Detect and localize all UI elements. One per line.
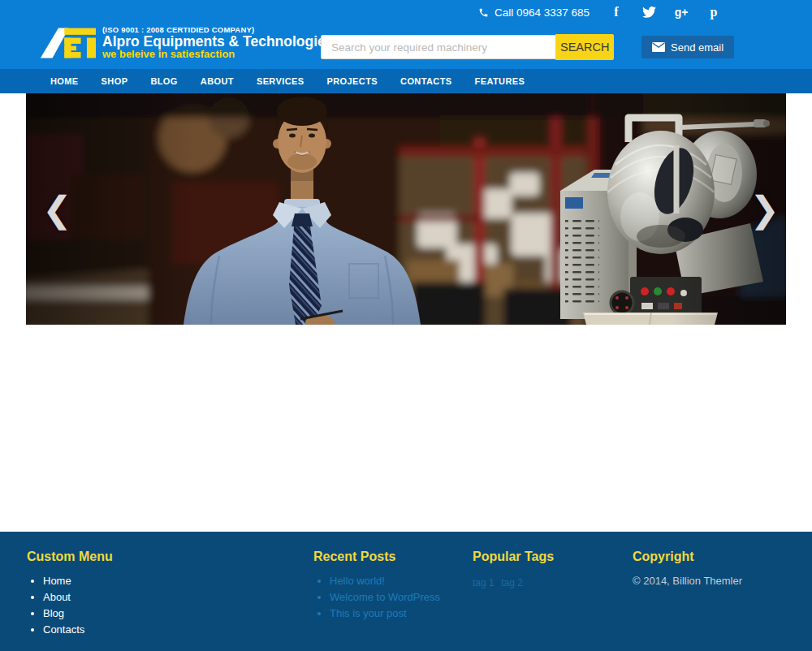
footer-heading-popular-tags: Popular Tags: [473, 550, 633, 564]
logo[interactable]: (ISO 9001 : 2008 CERTIDIED COMPANY) Alpr…: [39, 26, 334, 60]
footer-tag-1[interactable]: tag 1: [473, 577, 495, 588]
nav-item-services[interactable]: SERVICES: [245, 69, 316, 93]
content-area-empty: [0, 325, 812, 532]
main-navigation: HOME SHOP BLOG ABOUT SERVICES PROJECTS C…: [0, 69, 812, 93]
nav-item-projects[interactable]: PROJECTS: [316, 69, 390, 93]
company-tagline: we beleive in satiesfaction: [102, 49, 334, 60]
footer-recent-posts: Recent Posts Hello world! Welcome to Wor…: [313, 550, 473, 640]
footer-link-about[interactable]: About: [43, 591, 71, 603]
list-item: Blog: [43, 607, 313, 619]
google-plus-icon[interactable]: g+: [674, 5, 689, 19]
footer-link-home[interactable]: Home: [43, 575, 71, 587]
footer-heading-recent-posts: Recent Posts: [313, 550, 473, 564]
footer-link-contacts[interactable]: Contacts: [43, 623, 84, 636]
footer-copyright: Copyright © 2014, Billion Themler: [633, 550, 786, 640]
footer-post-welcome[interactable]: Welcome to WordPress: [330, 591, 440, 603]
nav-item-about[interactable]: ABOUT: [189, 69, 245, 93]
hero-image: [26, 93, 786, 325]
envelope-icon: [652, 42, 665, 52]
list-item: Home: [43, 575, 313, 587]
nav-item-contacts[interactable]: CONTACTS: [389, 69, 464, 93]
send-email-label: Send email: [671, 41, 723, 54]
list-item: Welcome to WordPress: [330, 591, 473, 603]
hero-slider: ❮ ❯: [26, 93, 786, 325]
company-name: Alpro Equipments & Technologies: [102, 34, 334, 49]
footer-custom-menu: Custom Menu Home About Blog Contacts: [26, 550, 313, 640]
nav-item-blog[interactable]: BLOG: [139, 69, 188, 93]
list-item: Contacts: [43, 623, 313, 636]
search-input[interactable]: [321, 35, 556, 59]
nav-item-features[interactable]: FEATURES: [464, 69, 537, 93]
list-item: About: [43, 591, 313, 603]
footer-tag-2[interactable]: tag 2: [501, 577, 523, 588]
footer: Custom Menu Home About Blog Contacts Rec…: [0, 532, 812, 651]
send-email-button[interactable]: Send email: [641, 36, 734, 58]
pinterest-icon[interactable]: p: [706, 5, 721, 19]
nav-item-shop[interactable]: SHOP: [90, 69, 140, 93]
footer-heading-copyright: Copyright: [633, 550, 786, 564]
logo-mark-icon: [39, 27, 96, 59]
phone-icon: [478, 7, 489, 18]
phone-contact[interactable]: Call 0964 3337 685: [478, 6, 590, 19]
twitter-icon[interactable]: [641, 5, 656, 19]
phone-number: Call 0964 3337 685: [495, 6, 590, 19]
footer-heading-custom-menu: Custom Menu: [27, 550, 313, 564]
facebook-icon[interactable]: f: [609, 5, 624, 19]
list-item: Hello world!: [330, 575, 473, 587]
copyright-text: © 2014, Billion Themler: [633, 575, 786, 587]
search-bar: SEARCH: [321, 34, 614, 60]
list-item: This is your post: [330, 607, 473, 619]
footer-post-your-post[interactable]: This is your post: [330, 607, 407, 619]
footer-post-hello-world[interactable]: Hello world!: [330, 575, 385, 587]
header: (ISO 9001 : 2008 CERTIDIED COMPANY) Alpr…: [0, 24, 812, 69]
search-button[interactable]: SEARCH: [555, 34, 614, 60]
footer-popular-tags: Popular Tags tag 1 tag 2: [473, 550, 633, 640]
slider-prev-arrow[interactable]: ❮: [42, 192, 72, 227]
nav-item-home[interactable]: HOME: [39, 69, 90, 93]
topbar: Call 0964 3337 685 f g+ p: [0, 0, 812, 24]
social-links: f g+ p: [609, 5, 721, 19]
footer-link-blog[interactable]: Blog: [43, 607, 64, 619]
slider-next-arrow[interactable]: ❯: [749, 192, 780, 227]
